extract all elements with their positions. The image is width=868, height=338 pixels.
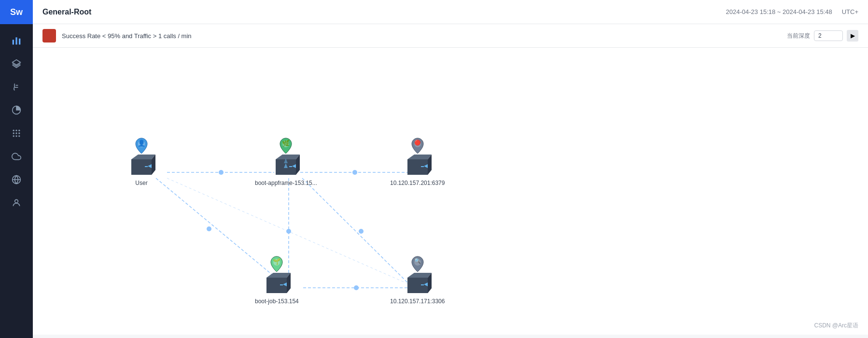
- node-user[interactable]: 👤: [127, 137, 155, 186]
- sidebar-item-globe[interactable]: [7, 170, 26, 189]
- svg-marker-48: [424, 164, 428, 168]
- svg-point-28: [354, 285, 359, 290]
- svg-point-6: [15, 130, 17, 131]
- svg-marker-35: [145, 166, 148, 167]
- svg-rect-2: [19, 39, 20, 45]
- filter-right: 当前深度 ▶: [787, 30, 858, 42]
- svg-point-26: [359, 229, 364, 234]
- svg-marker-39: [296, 155, 300, 175]
- svg-point-7: [18, 130, 20, 131]
- connections-svg: [33, 48, 868, 335]
- node-boot-job[interactable]: 🌱 boot-job-153.154: [255, 255, 299, 305]
- sidebar-item-user-circle[interactable]: [7, 193, 26, 212]
- svg-point-9: [15, 132, 17, 134]
- svg-marker-49: [421, 166, 424, 167]
- main-content: General-Root 2024-04-23 15:18 ~ 2024-04-…: [33, 0, 868, 338]
- sidebar-item-function[interactable]: [7, 77, 26, 97]
- node-ip6379-label: 10.120.157.201:6379: [390, 180, 445, 186]
- timezone: UTC+: [842, 8, 858, 15]
- sidebar-item-cloud[interactable]: [7, 147, 26, 166]
- svg-marker-47: [428, 155, 432, 175]
- sidebar-item-dots[interactable]: [7, 124, 26, 143]
- logo: Sw: [0, 0, 33, 24]
- svg-marker-33: [152, 155, 155, 175]
- svg-marker-43: [284, 158, 288, 163]
- filter-icon: [42, 29, 56, 42]
- filter-text: Success Rate < 95% and Traffic > 1 calls…: [62, 32, 192, 40]
- sidebar-item-chart[interactable]: [7, 31, 26, 50]
- time-range: 2024-04-23 15:18 ~ 2024-04-23 15:48: [726, 8, 832, 15]
- svg-marker-32: [131, 155, 155, 159]
- svg-point-13: [18, 135, 20, 137]
- node-ip-3306[interactable]: 🔍 10.120.157.171:3306: [390, 255, 445, 305]
- filter-label: 当前深度: [787, 32, 810, 40]
- svg-point-5: [13, 130, 14, 131]
- svg-point-20: [352, 170, 357, 175]
- svg-marker-46: [407, 155, 432, 159]
- content-area: Success Rate < 95% and Traffic > 1 calls…: [33, 24, 868, 338]
- svg-marker-41: [289, 166, 292, 167]
- svg-point-10: [18, 132, 20, 134]
- svg-point-22: [207, 226, 211, 231]
- node-ip3306-label: 10.120.157.171:3306: [390, 298, 445, 305]
- svg-point-8: [13, 132, 14, 134]
- node-user-label: User: [135, 180, 147, 186]
- sidebar: Sw: [0, 0, 33, 338]
- svg-marker-42: [284, 163, 288, 168]
- svg-marker-38: [276, 155, 300, 159]
- header-right: 2024-04-23 15:18 ~ 2024-04-23 15:48 UTC+: [726, 8, 858, 15]
- svg-marker-53: [287, 273, 291, 293]
- svg-marker-37: [276, 159, 296, 175]
- svg-marker-52: [266, 273, 291, 278]
- svg-point-18: [219, 170, 224, 175]
- svg-marker-45: [407, 159, 428, 175]
- svg-point-24: [286, 229, 291, 234]
- svg-point-11: [13, 135, 14, 137]
- svg-marker-58: [407, 273, 432, 278]
- svg-marker-54: [283, 282, 287, 286]
- node-boot-appframe[interactable]: 🌿 boot-app: [255, 137, 317, 186]
- svg-marker-40: [292, 164, 296, 168]
- svg-rect-0: [13, 40, 14, 44]
- svg-marker-51: [266, 278, 287, 293]
- svg-marker-34: [148, 164, 152, 168]
- filter-bar: Success Rate < 95% and Traffic > 1 calls…: [33, 24, 868, 48]
- svg-point-16: [15, 199, 18, 203]
- svg-rect-1: [15, 37, 17, 44]
- node-bootjob-label: boot-job-153.154: [255, 298, 299, 305]
- topology-canvas: 👤: [33, 48, 868, 335]
- svg-marker-57: [407, 278, 428, 293]
- page-title: General-Root: [42, 8, 91, 16]
- svg-marker-60: [424, 282, 428, 286]
- svg-marker-59: [428, 273, 432, 293]
- sidebar-item-pie[interactable]: [7, 100, 26, 120]
- filter-depth-input[interactable]: [814, 30, 843, 41]
- svg-marker-55: [280, 284, 283, 285]
- filter-collapse-button[interactable]: ▶: [847, 30, 858, 42]
- svg-marker-31: [131, 159, 152, 175]
- svg-point-12: [15, 135, 17, 137]
- node-appframe-label: boot-appframe-153.15...: [255, 180, 317, 186]
- svg-marker-61: [421, 284, 424, 285]
- sidebar-item-layers[interactable]: [7, 54, 26, 73]
- node-ip-6379[interactable]: 🔴 10.120.157.201:6379: [390, 137, 445, 186]
- watermark: CSDN @Arc星语: [814, 322, 858, 330]
- header: General-Root 2024-04-23 15:18 ~ 2024-04-…: [33, 0, 868, 24]
